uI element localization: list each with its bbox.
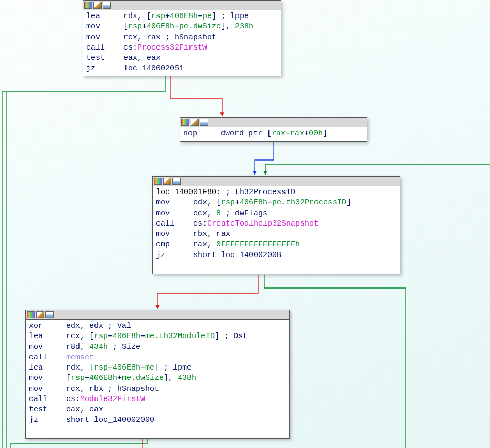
node-color-icon[interactable] bbox=[27, 311, 35, 318]
node-color-icon[interactable] bbox=[154, 178, 162, 185]
node-body: leardx, [rsp+406E8h+pe] ; lppemov[rsp+40… bbox=[83, 10, 281, 76]
node-graph-icon[interactable] bbox=[103, 2, 111, 9]
asm-instruction: movrbx, rax bbox=[156, 229, 397, 239]
asm-instruction: nopdword ptr [rax+rax+00h] bbox=[183, 129, 363, 139]
node-body: xoredx, edx ; Vallearcx, [rsp+406E8h+me.… bbox=[26, 320, 289, 428]
asm-instruction: callmemset bbox=[29, 353, 286, 363]
basic-block-module32first[interactable]: xoredx, edx ; Vallearcx, [rsp+406E8h+me.… bbox=[25, 310, 290, 439]
asm-instruction: jzloc_140002051 bbox=[86, 63, 278, 74]
asm-instruction: jzshort loc_14000200B bbox=[156, 250, 397, 261]
asm-instruction: xoredx, edx ; Val bbox=[29, 321, 286, 331]
node-titlebar bbox=[26, 310, 289, 320]
asm-instruction: jzshort loc_140002000 bbox=[29, 415, 286, 425]
node-color-icon[interactable] bbox=[181, 119, 189, 126]
node-titlebar bbox=[83, 1, 281, 10]
node-edit-icon[interactable] bbox=[36, 311, 44, 318]
node-graph-icon[interactable] bbox=[200, 119, 208, 126]
basic-block-loc-140001F80[interactable]: loc_140001F80: ; th32ProcessIDmovedx, [r… bbox=[152, 176, 400, 274]
asm-instruction: movrcx, rax ; hSnapshot bbox=[86, 33, 278, 43]
asm-instruction: learcx, [rsp+406E8h+me.th32ModuleID] ; D… bbox=[29, 331, 286, 342]
node-edit-icon[interactable] bbox=[191, 119, 199, 126]
node-edit-icon[interactable] bbox=[163, 178, 171, 185]
node-body: loc_140001F80: ; th32ProcessIDmovedx, [r… bbox=[153, 186, 400, 263]
asm-instruction: leardx, [rsp+406E8h+pe] ; lppe bbox=[86, 11, 278, 22]
asm-instruction: mov[rsp+406E8h+me.dwSize], 438h bbox=[29, 373, 286, 383]
asm-instruction: callcs:CreateToolhelp32Snapshot bbox=[156, 219, 397, 229]
node-titlebar bbox=[180, 118, 367, 127]
node-titlebar bbox=[153, 177, 400, 186]
asm-instruction: callcs:Module32FirstW bbox=[29, 394, 286, 405]
asm-instruction: leardx, [rsp+406E8h+me] ; lpme bbox=[29, 363, 286, 373]
basic-block-nop[interactable]: nopdword ptr [rax+rax+00h] bbox=[180, 117, 367, 142]
asm-instruction: loc_140001F80: ; th32ProcessID bbox=[156, 187, 397, 198]
node-body: nopdword ptr [rax+rax+00h] bbox=[180, 127, 367, 141]
asm-instruction: testeax, eax bbox=[29, 405, 286, 415]
asm-instruction: mov[rsp+406E8h+pe.dwSize], 238h bbox=[86, 22, 278, 32]
basic-block-process32first[interactable]: leardx, [rsp+406E8h+pe] ; lppemov[rsp+40… bbox=[83, 0, 281, 76]
asm-instruction: movecx, 8 ; dwFlags bbox=[156, 209, 397, 219]
asm-instruction: movr8d, 434h ; Size bbox=[29, 342, 286, 353]
asm-instruction: cmprax, 0FFFFFFFFFFFFFFFFh bbox=[156, 239, 397, 250]
node-graph-icon[interactable] bbox=[172, 178, 181, 185]
asm-instruction: testeax, eax bbox=[86, 53, 278, 63]
node-edit-icon[interactable] bbox=[93, 2, 102, 9]
asm-instruction: movrcx, rbx ; hSnapshot bbox=[29, 384, 286, 394]
asm-instruction: callcs:Process32FirstW bbox=[86, 43, 278, 53]
node-graph-icon[interactable] bbox=[45, 311, 54, 318]
asm-instruction: movedx, [rsp+406E8h+pe.th32ProcessID] bbox=[156, 198, 397, 208]
node-color-icon[interactable] bbox=[84, 2, 92, 9]
